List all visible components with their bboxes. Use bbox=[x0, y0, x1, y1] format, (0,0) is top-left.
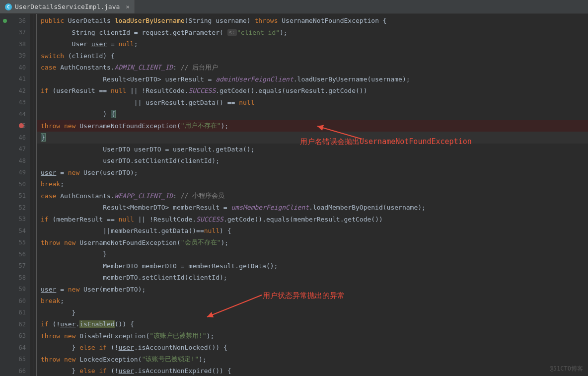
annotation-username-error: 用户名错误会抛出UsernameNotFoundException bbox=[300, 137, 472, 147]
code-line[interactable]: String clientId = request.getParameter( … bbox=[37, 27, 588, 39]
gutter-line[interactable]: 62 bbox=[0, 318, 30, 330]
code-line[interactable]: throw new LockedException("该账号已被锁定!"); bbox=[37, 354, 588, 366]
gutter-line[interactable]: 60 bbox=[0, 295, 30, 307]
code-line[interactable]: MemberDTO memberDTO = memberResult.getDa… bbox=[37, 260, 588, 272]
code-line[interactable]: if (memberResult == null || !ResultCode.… bbox=[37, 214, 588, 226]
code-line[interactable]: throw new DisabledException("该账户已被禁用!"); bbox=[37, 330, 588, 342]
gutter-line[interactable]: 36 bbox=[0, 15, 30, 27]
code-line[interactable]: case AuthConstants.WEAPP_CLIENT_ID: // 小… bbox=[37, 190, 588, 202]
gutter-line[interactable]: 51 bbox=[0, 190, 30, 202]
code-line[interactable]: if (userResult == null || !ResultCode.SU… bbox=[37, 85, 588, 97]
gutter-line[interactable]: 61 bbox=[0, 307, 30, 319]
gutter-line[interactable]: 38 bbox=[0, 38, 30, 50]
editor: 3637383940414243444546474849505152535455… bbox=[0, 14, 588, 376]
svg-line-1 bbox=[207, 295, 262, 317]
annotation-user-status: 用户状态异常抛出的异常 bbox=[263, 291, 345, 301]
line-gutter[interactable]: 3637383940414243444546474849505152535455… bbox=[0, 14, 30, 376]
code-line[interactable]: ) { bbox=[37, 108, 588, 120]
gutter-line[interactable]: 44 bbox=[0, 108, 30, 120]
watermark: @51CTO博客 bbox=[550, 365, 583, 373]
gutter-line[interactable]: 54 bbox=[0, 225, 30, 237]
code-line[interactable]: Result<UserDTO> userResult = adminUserFe… bbox=[37, 74, 588, 85]
gutter-line[interactable]: 55 bbox=[0, 237, 30, 249]
gutter-line[interactable]: 42 bbox=[0, 85, 30, 97]
gutter-line[interactable]: 50 bbox=[0, 178, 30, 190]
gutter-line[interactable]: 37 bbox=[0, 27, 30, 39]
gutter-line[interactable]: 41 bbox=[0, 74, 30, 85]
close-icon[interactable]: × bbox=[126, 3, 130, 10]
editor-tab[interactable]: C UserDetailsServiceImpl.java × bbox=[0, 0, 135, 13]
gutter-line[interactable]: 47 bbox=[0, 144, 30, 155]
gutter-line[interactable]: 43 bbox=[0, 97, 30, 109]
code-line[interactable]: } bbox=[37, 307, 588, 319]
gutter-line[interactable]: 64 bbox=[0, 342, 30, 354]
code-line[interactable]: } else if (!user.isAccountNonExpired()) … bbox=[37, 365, 588, 376]
gutter-line[interactable]: 45 bbox=[0, 120, 30, 132]
code-line[interactable]: userDTO.setClientId(clientId); bbox=[37, 155, 588, 167]
gutter-line[interactable]: 65 bbox=[0, 354, 30, 366]
gutter-line[interactable]: 58 bbox=[0, 272, 30, 284]
gutter-line[interactable]: 46 bbox=[0, 132, 30, 144]
code-line[interactable]: throw new UsernameNotFoundException("会员不… bbox=[37, 237, 588, 249]
fold-strip[interactable] bbox=[30, 14, 37, 376]
code-line[interactable]: case AuthConstants.ADMIN_CLIENT_ID: // 后… bbox=[37, 62, 588, 74]
java-class-icon: C bbox=[5, 3, 12, 10]
code-line[interactable]: || userResult.getData() == null bbox=[37, 97, 588, 109]
gutter-line[interactable]: 63 bbox=[0, 330, 30, 342]
breakpoint-icon[interactable] bbox=[19, 123, 24, 128]
code-line[interactable]: Result<MemberDTO> memberResult = umsMemb… bbox=[37, 202, 588, 214]
code-area[interactable]: 用户名错误会抛出UsernameNotFoundException 用户状态异常… bbox=[37, 14, 588, 376]
code-line[interactable]: break; bbox=[37, 178, 588, 190]
gutter-line[interactable]: 39 bbox=[0, 50, 30, 62]
code-line[interactable]: public UserDetails loadUserByUsername(St… bbox=[37, 15, 588, 27]
code-line[interactable]: User user = null; bbox=[37, 38, 588, 50]
code-line[interactable]: } bbox=[37, 248, 588, 260]
tab-bar: C UserDetailsServiceImpl.java × bbox=[0, 0, 588, 14]
gutter-line[interactable]: 48 bbox=[0, 155, 30, 167]
gutter-line[interactable]: 56 bbox=[0, 248, 30, 260]
code-line[interactable]: if (!user.isEnabled()) { bbox=[37, 318, 588, 330]
code-line[interactable]: ||memberResult.getData()==null) { bbox=[37, 225, 588, 237]
gutter-line[interactable]: 40 bbox=[0, 62, 30, 74]
gutter-line[interactable]: 66 bbox=[0, 365, 30, 376]
code-line[interactable]: switch (clientId) { bbox=[37, 50, 588, 62]
arrow-icon bbox=[203, 292, 268, 322]
code-line[interactable]: memberDTO.setClientId(clientId); bbox=[37, 272, 588, 284]
tab-filename: UserDetailsServiceImpl.java bbox=[15, 3, 120, 10]
gutter-line[interactable]: 53 bbox=[0, 214, 30, 226]
override-gutter-icon[interactable] bbox=[3, 19, 7, 23]
gutter-line[interactable]: 57 bbox=[0, 260, 30, 272]
code-line[interactable]: user = new User(userDTO); bbox=[37, 167, 588, 179]
code-line[interactable]: } else if (!user.isAccountNonLocked()) { bbox=[37, 342, 588, 354]
gutter-line[interactable]: 52 bbox=[0, 202, 30, 214]
gutter-line[interactable]: 49 bbox=[0, 167, 30, 179]
gutter-line[interactable]: 59 bbox=[0, 284, 30, 296]
